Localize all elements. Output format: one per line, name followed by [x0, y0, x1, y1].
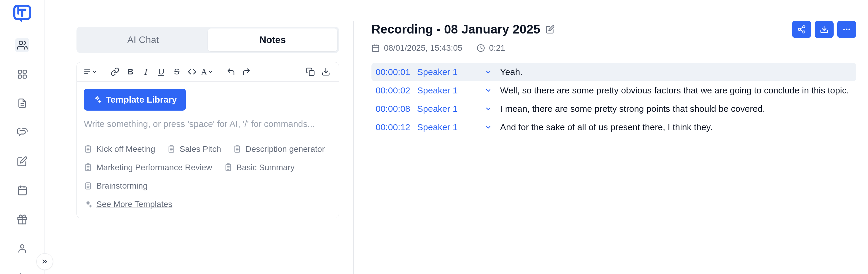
undo-icon[interactable] [224, 65, 238, 78]
notes-pane: AI Chat Notes B I U S A [44, 0, 353, 274]
transcript-text: Yeah. [500, 67, 852, 77]
recording-date: 08/01/2025, 15:43:05 [371, 43, 462, 53]
chevron-down-icon[interactable] [476, 87, 500, 94]
see-more-templates-link[interactable]: See More Templates [84, 200, 332, 209]
underline-icon[interactable]: U [155, 65, 168, 78]
svg-point-51 [846, 29, 847, 30]
sidebar-item-dashboard[interactable] [15, 67, 29, 81]
copy-icon[interactable] [304, 65, 317, 78]
tab-notes[interactable]: Notes [208, 28, 337, 51]
tabs: AI Chat Notes [76, 27, 339, 53]
recording-duration: 0:21 [477, 43, 505, 53]
sidebar-item-edit-note[interactable] [15, 154, 29, 169]
transcript-row[interactable]: 00:00:12Speaker 1And for the sake of all… [371, 118, 856, 136]
edit-title-icon[interactable] [546, 25, 555, 34]
sidebar-item-translate[interactable] [15, 270, 29, 274]
sidebar-item-people[interactable] [15, 38, 29, 52]
transcript-speaker[interactable]: Speaker 1 [417, 85, 476, 95]
header-actions [792, 21, 856, 38]
transcript-text: I mean, there are some pretty strong poi… [500, 104, 852, 114]
chevron-down-icon[interactable] [476, 105, 500, 112]
transcript-speaker[interactable]: Speaker 1 [417, 67, 476, 77]
chevron-down-icon[interactable] [476, 124, 500, 131]
sidebar-item-gift[interactable] [15, 212, 29, 226]
transcript-row[interactable]: 00:00:08Speaker 1I mean, there are some … [371, 100, 856, 118]
share-button[interactable] [792, 21, 811, 38]
template-library-label: Template Library [106, 95, 177, 105]
svg-point-50 [843, 29, 845, 30]
more-actions-button[interactable] [837, 21, 856, 38]
editor-toolbar: B I U S A [77, 62, 339, 82]
app-logo[interactable] [13, 4, 32, 23]
svg-rect-8 [18, 187, 26, 195]
transcript-speaker[interactable]: Speaker 1 [417, 104, 476, 114]
strikethrough-icon[interactable]: S [170, 65, 183, 78]
template-item[interactable]: Brainstorming [84, 181, 332, 191]
recording-title: Recording - 08 January 2025 [371, 22, 540, 36]
svg-point-52 [848, 29, 850, 30]
transcript-timestamp[interactable]: 00:00:02 [376, 85, 417, 95]
svg-point-14 [21, 245, 24, 248]
template-item[interactable]: Basic Summary [224, 163, 295, 172]
download-recording-button[interactable] [815, 21, 834, 38]
svg-rect-5 [18, 75, 21, 78]
sidebar-item-profile[interactable] [15, 241, 29, 255]
transcript-row[interactable]: 00:00:02Speaker 1Well, so there are some… [371, 81, 856, 100]
template-item[interactable]: Sales Pitch [167, 144, 221, 154]
text-color-icon[interactable]: A [201, 65, 213, 78]
separator [219, 67, 219, 77]
sidebar-nav [15, 38, 29, 274]
transcript-pane: Recording - 08 January 2025 08/01/2025, … [354, 0, 868, 274]
template-item[interactable]: Description generator [233, 144, 325, 154]
recording-meta: 08/01/2025, 15:43:05 0:21 [371, 43, 856, 53]
svg-rect-53 [373, 45, 379, 52]
recording-header: Recording - 08 January 2025 [371, 21, 856, 38]
download-icon[interactable] [319, 65, 332, 78]
transcript-timestamp[interactable]: 00:00:12 [376, 122, 417, 132]
sidebar-item-chat[interactable] [15, 125, 29, 140]
link-icon[interactable] [108, 65, 122, 78]
transcript-row[interactable]: 00:00:01Speaker 1Yeah. [371, 63, 856, 81]
sidebar-item-calendar[interactable] [15, 183, 29, 197]
bold-icon[interactable]: B [124, 65, 137, 78]
svg-line-47 [800, 30, 803, 31]
template-library-button[interactable]: Template Library [84, 89, 186, 111]
editor-placeholder[interactable]: Write something, or press 'space' for AI… [77, 118, 339, 139]
svg-rect-18 [309, 70, 314, 75]
editor-card: B I U S A [76, 62, 339, 218]
paragraph-menu-icon[interactable] [83, 65, 97, 78]
transcript-list: 00:00:01Speaker 1Yeah.00:00:02Speaker 1W… [371, 63, 856, 136]
transcript-timestamp[interactable]: 00:00:01 [376, 67, 417, 77]
sidebar-item-document[interactable] [15, 96, 29, 110]
transcript-timestamp[interactable]: 00:00:08 [376, 104, 417, 114]
transcript-text: And for the sake of all of us present th… [500, 122, 852, 132]
code-icon[interactable] [186, 65, 198, 78]
sidebar [0, 0, 44, 274]
template-item[interactable]: Kick off Meeting [84, 144, 155, 154]
svg-rect-4 [23, 75, 26, 78]
italic-icon[interactable]: I [139, 65, 152, 78]
transcript-speaker[interactable]: Speaker 1 [417, 122, 476, 132]
separator [103, 67, 103, 77]
chevron-down-icon[interactable] [476, 68, 500, 75]
template-item[interactable]: Marketing Performance Review [84, 163, 212, 172]
svg-point-1 [19, 41, 23, 45]
svg-rect-2 [18, 70, 21, 73]
svg-rect-3 [23, 70, 26, 73]
svg-line-48 [800, 27, 803, 29]
sidebar-expand-button[interactable] [36, 253, 53, 270]
tab-ai-chat[interactable]: AI Chat [78, 28, 208, 51]
redo-icon[interactable] [240, 65, 253, 78]
template-suggestions: Kick off Meeting Sales Pitch Description… [77, 139, 339, 218]
transcript-text: Well, so there are some pretty obvious f… [500, 85, 852, 95]
